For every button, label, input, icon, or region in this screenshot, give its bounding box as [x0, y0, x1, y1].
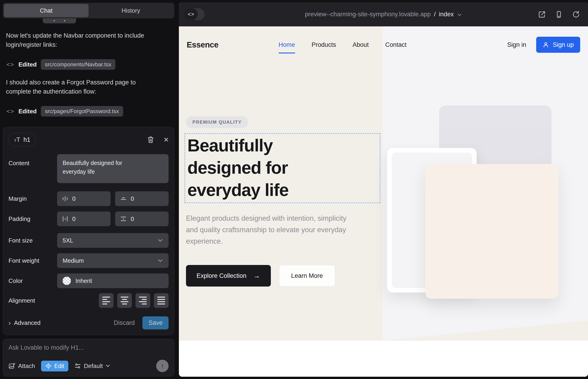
site-navbar: Essence Home Products About Contact Sign… — [179, 26, 588, 63]
refresh-icon — [572, 11, 580, 18]
advanced-toggle[interactable]: › Advanced — [8, 319, 41, 327]
refresh-button[interactable] — [572, 11, 580, 18]
color-select[interactable]: Inherit — [57, 273, 169, 288]
padding-y-input[interactable]: 0 — [115, 211, 169, 226]
file-chip[interactable]: src/pages/ForgotPassword.tsx — [41, 106, 123, 117]
edited-file-row: <> Edited src/components/Navbar.tsx — [6, 59, 115, 70]
element-inspector-panel: ᴛT h1 × Content Beautifully de — [3, 127, 174, 335]
font-size-label: Font size — [8, 237, 57, 244]
color-swatch — [62, 277, 71, 285]
url-bar[interactable]: preview--charming-site-symphony.lovable.… — [305, 2, 462, 26]
trash-icon — [147, 136, 154, 143]
chevron-down-icon — [157, 238, 163, 242]
element-tag-pill[interactable]: ᴛT h1 — [8, 133, 36, 146]
composer-placeholder[interactable]: Ask Lovable to modify H1... — [8, 344, 169, 351]
code-icon: <> — [6, 61, 14, 68]
padding-vertical-icon — [120, 216, 127, 222]
code-preview-toggle[interactable]: <> — [184, 8, 204, 20]
margin-y-input[interactable]: 0 — [115, 191, 169, 206]
chat-message: Now let's update the Navbar component to… — [6, 31, 154, 49]
mobile-device-icon — [555, 11, 563, 18]
arrow-right-icon: → — [253, 272, 260, 280]
chevron-down-icon — [457, 13, 462, 16]
preview-pane: <> preview--charming-site-symphony.lovab… — [179, 2, 588, 377]
margin-horizontal-icon — [62, 195, 68, 202]
sliders-icon — [74, 363, 81, 369]
nav-link-home[interactable]: Home — [279, 41, 295, 48]
code-icon: <> — [188, 11, 194, 17]
nav-link-contact[interactable]: Contact — [385, 41, 407, 48]
hero-paragraph: Elegant products designed with intention… — [186, 213, 346, 247]
tab-chat[interactable]: Chat — [4, 4, 89, 17]
sidebar-tabbar: Chat History — [3, 3, 174, 18]
alignment-label: Alignment — [8, 297, 57, 304]
margin-label: Margin — [8, 195, 57, 202]
url-separator: / — [434, 11, 436, 18]
user-icon — [542, 42, 549, 48]
mobile-view-button[interactable] — [555, 11, 563, 18]
chat-composer[interactable]: Ask Lovable to modify H1... Attach — [3, 339, 174, 377]
site-logo[interactable]: Essence — [187, 40, 218, 49]
chevron-down-icon — [106, 364, 110, 367]
align-left-button[interactable] — [99, 293, 113, 308]
scrolled-chip-partial — [43, 18, 76, 23]
sign-up-button[interactable]: Sign up — [536, 37, 580, 53]
premium-quality-badge: PREMIUM QUALITY — [186, 116, 248, 128]
file-chip[interactable]: src/components/Navbar.tsx — [41, 59, 115, 70]
nav-link-products[interactable]: Products — [312, 41, 336, 48]
padding-x-input[interactable]: 0 — [57, 211, 110, 226]
learn-more-button[interactable]: Learn More — [279, 265, 335, 286]
chat-sidebar: Chat History Now let's update the Navbar… — [0, 0, 179, 379]
content-label: Content — [8, 154, 57, 167]
font-weight-select[interactable]: Medium — [57, 253, 169, 268]
site-nav-links: Home Products About Contact — [279, 41, 407, 48]
nav-link-about[interactable]: About — [353, 41, 369, 48]
external-link-icon — [538, 11, 546, 18]
code-icon: <> — [6, 108, 14, 115]
discard-button[interactable]: Discard — [114, 319, 135, 327]
chat-message: I should also create a Forgot Password p… — [6, 78, 154, 96]
padding-horizontal-icon — [62, 216, 68, 222]
tab-history[interactable]: History — [89, 4, 173, 17]
chevron-down-icon — [157, 259, 163, 262]
chevron-right-icon: › — [8, 319, 11, 327]
text-size-icon: ᴛT — [14, 136, 20, 143]
edit-mode-button[interactable]: Edit — [41, 361, 68, 371]
save-button[interactable]: Save — [142, 316, 169, 330]
sign-in-button[interactable]: Sign in — [507, 41, 526, 48]
font-weight-label: Font weight — [8, 257, 57, 264]
selected-element-outline[interactable]: Beautifully designed for everyday life — [185, 133, 380, 203]
align-right-button[interactable] — [136, 293, 150, 308]
edited-label: Edited — [18, 61, 36, 68]
close-icon: × — [164, 136, 169, 144]
open-external-button[interactable] — [538, 11, 546, 18]
arrow-up-icon: ↑ — [161, 362, 164, 370]
element-tag-name: h1 — [23, 136, 30, 143]
hero-cta-row: Explore Collection → Learn More — [186, 265, 335, 286]
color-label: Color — [8, 277, 57, 284]
content-input[interactable]: Beautifully designed for everyday life — [57, 154, 169, 183]
edited-file-row: <> Edited src/pages/ForgotPassword.tsx — [6, 106, 123, 117]
url-host: preview--charming-site-symphony.lovable.… — [305, 11, 431, 18]
attach-button[interactable]: Attach — [8, 363, 35, 370]
edited-label: Edited — [18, 108, 36, 115]
align-center-button[interactable] — [117, 293, 132, 308]
site-viewport: Essence Home Products About Contact Sign… — [179, 26, 588, 377]
padding-label: Padding — [8, 215, 57, 222]
margin-vertical-icon — [120, 196, 127, 202]
url-page: index — [439, 11, 454, 18]
align-justify-button[interactable] — [154, 293, 169, 308]
target-icon — [45, 363, 52, 369]
explore-collection-button[interactable]: Explore Collection → — [186, 265, 271, 286]
preview-toolbar: <> preview--charming-site-symphony.lovab… — [179, 2, 588, 26]
attach-image-icon — [8, 363, 15, 369]
font-size-select[interactable]: 5XL — [57, 233, 169, 248]
close-panel-button[interactable]: × — [164, 136, 169, 144]
hero-heading[interactable]: Beautifully designed for everyday life — [185, 134, 300, 201]
margin-x-input[interactable]: 0 — [57, 191, 110, 206]
delete-element-button[interactable] — [147, 136, 154, 143]
hero-card-cream — [425, 164, 558, 299]
mode-select[interactable]: Default — [74, 363, 110, 370]
send-button[interactable]: ↑ — [156, 360, 169, 372]
